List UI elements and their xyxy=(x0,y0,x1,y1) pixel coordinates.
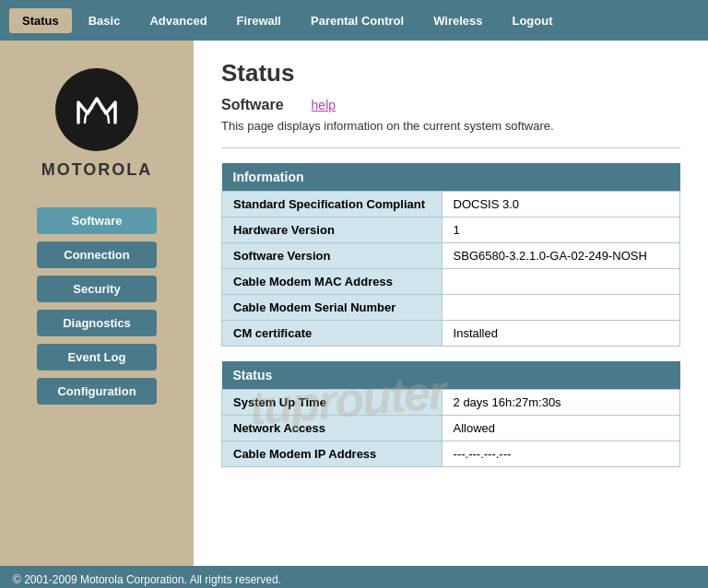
sidebar-btn-diagnostics[interactable]: Diagnostics xyxy=(37,310,157,336)
status-table: Status System Up Time2 days 16h:27m:30sN… xyxy=(221,361,680,467)
row-value: 2 days 16h:27m:30s xyxy=(442,390,679,416)
table-row: CM certificateInstalled xyxy=(222,321,680,347)
table-row: Cable Modem Serial Number xyxy=(222,295,680,321)
row-value xyxy=(442,269,679,295)
page-title: Status xyxy=(221,59,680,88)
motorola-logo xyxy=(55,68,138,151)
row-label: Cable Modem Serial Number xyxy=(222,295,442,321)
sidebar-btn-software[interactable]: Software xyxy=(37,207,157,234)
row-value: SBG6580-3.2.1.0-GA-02-249-NOSH xyxy=(442,243,679,269)
nav-item-wireless[interactable]: Wireless xyxy=(420,8,495,33)
divider xyxy=(221,147,680,148)
section-header-row: Software help xyxy=(221,97,680,113)
nav-item-status[interactable]: Status xyxy=(9,8,72,33)
table-row: Software VersionSBG6580-3.2.1.0-GA-02-24… xyxy=(222,243,680,269)
nav-item-advanced[interactable]: Advanced xyxy=(136,8,219,33)
row-label: CM certificate xyxy=(222,321,442,347)
row-label: Standard Specification Compliant xyxy=(222,192,442,218)
row-value: ---.---.---.--- xyxy=(442,441,679,467)
table-row: System Up Time2 days 16h:27m:30s xyxy=(222,390,680,416)
row-value: DOCSIS 3.0 xyxy=(442,192,679,218)
table-row: Network AccessAllowed xyxy=(222,416,680,441)
nav-item-parental-control[interactable]: Parental Control xyxy=(298,8,417,33)
section-label: Software xyxy=(221,97,284,113)
sidebar-btn-event-log[interactable]: Event Log xyxy=(37,344,157,370)
row-value xyxy=(442,295,679,321)
status-table-header: Status xyxy=(222,361,680,390)
table-row: Cable Modem IP Address---.---.---.--- xyxy=(222,441,680,467)
footer-text: © 2001-2009 Motorola Corporation. All ri… xyxy=(13,573,281,586)
sidebar-btn-connection[interactable]: Connection xyxy=(37,241,157,268)
information-table: Information Standard Specification Compl… xyxy=(221,163,680,347)
row-value: Installed xyxy=(442,321,679,347)
row-label: System Up Time xyxy=(222,390,442,416)
nav-item-firewall[interactable]: Firewall xyxy=(224,8,294,33)
info-table-header: Information xyxy=(222,163,680,192)
row-label: Network Access xyxy=(222,416,442,441)
row-label: Cable Modem MAC Address xyxy=(222,269,442,295)
table-row: Hardware Version1 xyxy=(222,218,680,243)
main-layout: MOTOROLA SoftwareConnectionSecurityDiagn… xyxy=(0,41,708,566)
footer: © 2001-2009 Motorola Corporation. All ri… xyxy=(0,566,708,588)
row-label: Cable Modem IP Address xyxy=(222,441,442,467)
sidebar: MOTOROLA SoftwareConnectionSecurityDiagn… xyxy=(0,41,194,566)
row-value: 1 xyxy=(442,218,679,243)
table-row: Cable Modem MAC Address xyxy=(222,269,680,295)
logo-area: MOTOROLA xyxy=(41,50,153,207)
sidebar-btn-security[interactable]: Security xyxy=(37,276,157,302)
section-desc: This page displays information on the cu… xyxy=(221,119,680,133)
sidebar-buttons: SoftwareConnectionSecurityDiagnosticsEve… xyxy=(37,207,157,412)
content-area: Status Software help This page displays … xyxy=(194,41,708,566)
row-label: Software Version xyxy=(222,243,442,269)
top-navigation: StatusBasicAdvancedFirewallParental Cont… xyxy=(0,0,708,41)
nav-item-basic[interactable]: Basic xyxy=(76,8,134,33)
brand-name: MOTOROLA xyxy=(41,160,153,180)
row-label: Hardware Version xyxy=(222,218,442,243)
nav-item-logout[interactable]: Logout xyxy=(499,8,565,33)
sidebar-btn-configuration[interactable]: Configuration xyxy=(37,378,157,405)
motorola-logo-svg xyxy=(69,82,124,137)
help-link[interactable]: help xyxy=(312,98,336,112)
row-value: Allowed xyxy=(442,416,679,441)
table-row: Standard Specification CompliantDOCSIS 3… xyxy=(222,192,680,218)
